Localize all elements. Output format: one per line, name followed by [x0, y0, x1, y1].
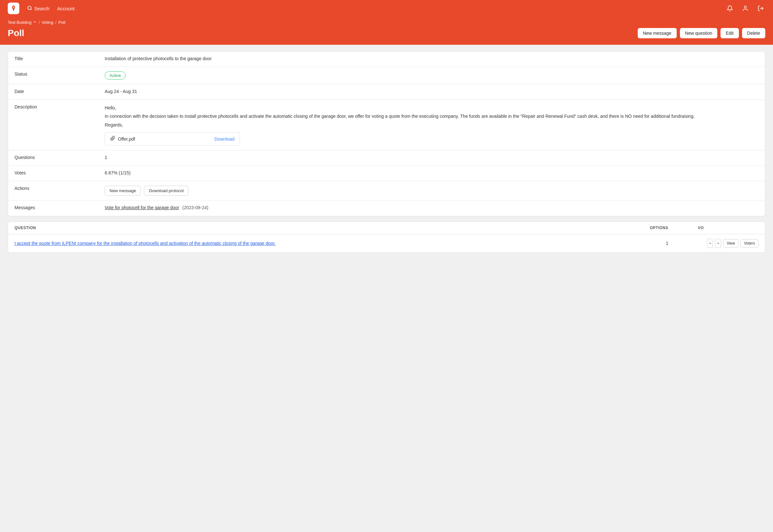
search-nav-item[interactable]: Search: [27, 5, 50, 12]
breadcrumb-current: Poll: [58, 20, 65, 25]
description-row: Description Hello, In connection with th…: [8, 100, 765, 150]
breadcrumb-voting[interactable]: Voting: [42, 20, 53, 25]
action-new-message-button[interactable]: New message: [105, 186, 141, 196]
new-message-button[interactable]: New message: [638, 28, 677, 38]
top-navigation: Search Account: [0, 0, 773, 17]
user-icon[interactable]: [741, 4, 750, 13]
attachment-filename: Offer.pdf: [118, 136, 135, 142]
attachment-download-link[interactable]: Download: [215, 136, 235, 142]
desc-line-1: Hello,: [105, 104, 759, 111]
description-text: Hello, In connection with the decision t…: [105, 104, 759, 128]
search-label: Search: [34, 6, 50, 11]
table-row: I accept the quote from ILPENI company f…: [8, 234, 765, 252]
message-date: (2023-08-24): [182, 205, 209, 210]
questions-table-header: QUESTION OPTIONS VO: [8, 222, 765, 234]
desc-line-2: In connection with the decision taken to…: [105, 113, 759, 120]
description-value: Hello, In connection with the decision t…: [98, 100, 765, 150]
view-button[interactable]: View: [723, 239, 739, 247]
actions-value: New message Download protocol: [98, 181, 765, 200]
date-row: Date Aug 24 - Aug 31: [8, 84, 765, 100]
votes-row: Votes 6.67% (1/15): [8, 166, 765, 181]
detail-card: Title Installation of protective photoce…: [8, 51, 765, 216]
edit-button[interactable]: Edit: [721, 28, 739, 38]
messages-value: Vote for photocell for the garage door (…: [98, 201, 765, 216]
topnav-right-icons: [725, 4, 765, 13]
status-label: Status: [8, 67, 98, 84]
attachment-box: Offer.pdf Download: [105, 132, 240, 145]
title-value: Installation of protective photocells to…: [98, 51, 765, 67]
svg-line-2: [31, 9, 32, 10]
col-options-header: OPTIONS: [636, 226, 668, 230]
breadcrumb: Test Building / Voting / Poll: [8, 20, 765, 25]
question-text[interactable]: I accept the quote from ILPENI company f…: [14, 241, 636, 246]
page-actions: New message New question Edit Delete: [638, 28, 765, 38]
chevron-down-icon: [33, 20, 37, 25]
col-question-header: QUESTION: [14, 226, 636, 230]
questions-card: QUESTION OPTIONS VO I accept the quote f…: [8, 221, 765, 253]
attachment-left: Offer.pdf: [110, 136, 135, 142]
questions-value: 1: [98, 150, 765, 165]
col-votes-header: VO: [668, 226, 707, 230]
main-content: Title Installation of protective photoce…: [0, 45, 773, 259]
attachment-icon: [110, 136, 115, 142]
status-badge: Active: [105, 71, 126, 79]
questions-count-row: Questions 1: [8, 150, 765, 166]
title-row: Title Installation of protective photoce…: [8, 51, 765, 67]
desc-line-3: Regards,: [105, 121, 759, 128]
breadcrumb-sep-1: /: [39, 20, 40, 25]
notifications-icon[interactable]: [725, 4, 734, 13]
page-title-row: Poll New message New question Edit Delet…: [8, 28, 765, 38]
svg-point-0: [13, 6, 14, 8]
logout-icon[interactable]: [756, 4, 765, 13]
page-title: Poll: [8, 28, 24, 38]
delete-button[interactable]: Delete: [742, 28, 765, 38]
app-logo[interactable]: [8, 3, 19, 14]
sort-up-button[interactable]: [707, 239, 713, 248]
messages-row: Messages Vote for photocell for the gara…: [8, 201, 765, 216]
description-label: Description: [8, 100, 98, 150]
votes-label: Votes: [8, 166, 98, 181]
actions-label: Actions: [8, 181, 98, 200]
votes-value: 6.67% (1/15): [98, 166, 765, 181]
date-label: Date: [8, 84, 98, 99]
svg-point-1: [28, 6, 31, 10]
voters-button[interactable]: Voters: [740, 239, 759, 247]
header-area: Test Building / Voting / Poll Poll New m…: [0, 17, 773, 45]
title-label: Title: [8, 51, 98, 67]
building-name: Test Building: [8, 20, 32, 25]
status-row: Status Active: [8, 67, 765, 84]
account-label: Account: [57, 6, 75, 11]
sort-down-button[interactable]: [715, 239, 721, 248]
new-question-button[interactable]: New question: [680, 28, 718, 38]
svg-point-3: [744, 6, 747, 8]
question-actions: View Voters: [707, 239, 759, 248]
status-value-cell: Active: [98, 67, 765, 84]
questions-label: Questions: [8, 150, 98, 165]
breadcrumb-building[interactable]: Test Building: [8, 20, 37, 25]
question-options-value: 1: [636, 241, 668, 246]
search-icon: [27, 5, 32, 12]
account-nav-item[interactable]: Account: [57, 6, 75, 11]
date-value: Aug 24 - Aug 31: [98, 84, 765, 99]
breadcrumb-sep-2: /: [55, 20, 57, 25]
message-link[interactable]: Vote for photocell for the garage door: [105, 205, 179, 210]
actions-row: Actions New message Download protocol: [8, 181, 765, 201]
action-download-protocol-button[interactable]: Download protocol: [144, 186, 188, 196]
messages-label: Messages: [8, 201, 98, 216]
